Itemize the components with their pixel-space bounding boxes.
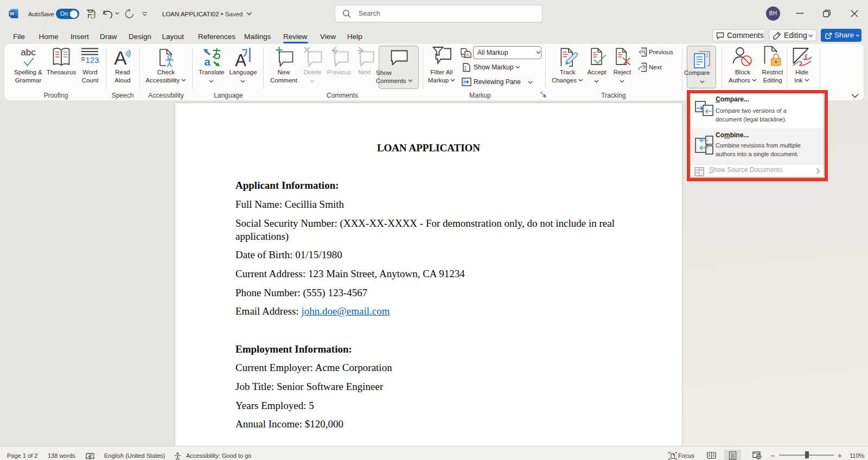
svg-text:a: a: [204, 55, 210, 68]
svg-text:123: 123: [85, 55, 99, 65]
svg-text:A: A: [235, 51, 246, 68]
svg-text:A: A: [114, 47, 127, 68]
svg-text:abc: abc: [21, 48, 36, 58]
svg-text:W: W: [10, 11, 15, 16]
